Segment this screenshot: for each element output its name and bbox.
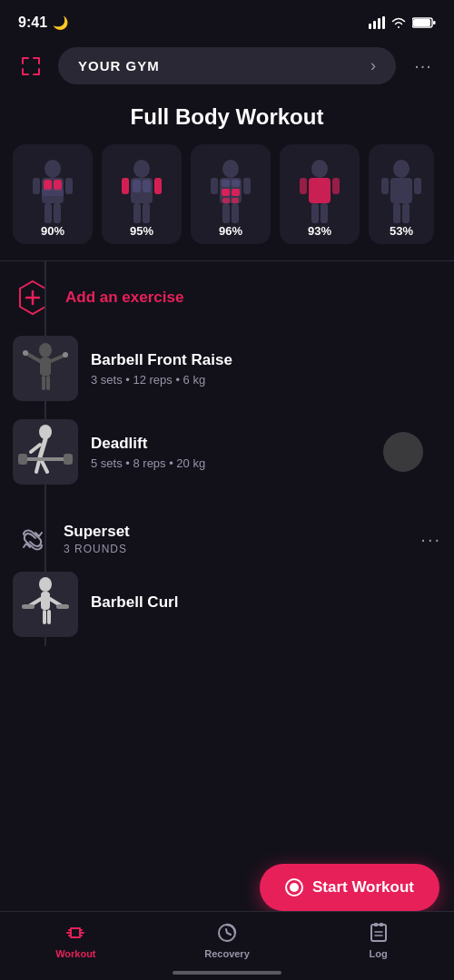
- svg-rect-28: [222, 189, 230, 196]
- svg-rect-43: [390, 178, 412, 203]
- svg-rect-0: [369, 24, 371, 29]
- signal-icon: [369, 16, 385, 29]
- nav-item-log[interactable]: Log: [302, 921, 454, 959]
- header: YOUR GYM › ···: [0, 40, 454, 92]
- svg-rect-46: [393, 203, 400, 223]
- svg-rect-15: [54, 203, 61, 223]
- svg-rect-31: [232, 198, 239, 203]
- muscle-card-5[interactable]: 53%: [369, 144, 434, 244]
- svg-rect-26: [222, 180, 230, 187]
- bottom-nav: Workout Recovery Log: [0, 911, 454, 980]
- superset-rounds: 3 ROUNDS: [64, 543, 410, 555]
- exercise-thumb-3: [13, 572, 78, 637]
- svg-rect-14: [44, 203, 52, 223]
- exercise-row-2[interactable]: Deadlift 5 sets • 8 reps • 20 kg: [13, 410, 441, 494]
- svg-rect-19: [143, 180, 151, 192]
- svg-point-63: [39, 577, 52, 592]
- add-exercise-row[interactable]: Add an exercise: [13, 261, 441, 327]
- nav-label-recovery: Recovery: [204, 948, 250, 959]
- muscle-card-1[interactable]: 90%: [13, 144, 93, 244]
- svg-rect-27: [232, 180, 240, 187]
- exercise-name-1: Barbell Front Raise: [91, 351, 441, 369]
- svg-rect-22: [133, 203, 141, 223]
- svg-rect-39: [332, 178, 340, 194]
- svg-rect-18: [133, 180, 141, 192]
- svg-rect-61: [64, 454, 73, 465]
- add-exercise-label: Add an exercise: [65, 289, 183, 307]
- recovery-nav-icon: [215, 921, 239, 945]
- nav-item-recovery[interactable]: Recovery: [152, 921, 303, 959]
- svg-rect-35: [232, 203, 239, 223]
- svg-rect-72: [371, 925, 386, 941]
- svg-rect-30: [222, 198, 230, 203]
- svg-rect-5: [413, 19, 430, 26]
- drag-handle[interactable]: [383, 432, 423, 472]
- svg-rect-20: [122, 178, 129, 194]
- exercise-thumb-1: [13, 336, 78, 401]
- expand-icon[interactable]: [15, 50, 47, 83]
- superset-info: Superset 3 ROUNDS: [64, 523, 410, 555]
- svg-rect-11: [42, 189, 64, 196]
- nav-label-workout: Workout: [55, 948, 95, 959]
- muscle-card-4[interactable]: 93%: [280, 144, 360, 244]
- svg-rect-29: [232, 189, 240, 196]
- gym-label: YOUR GYM: [78, 58, 160, 74]
- svg-rect-64: [41, 592, 50, 610]
- svg-rect-45: [414, 178, 421, 194]
- svg-rect-23: [143, 203, 150, 223]
- svg-point-36: [311, 160, 328, 178]
- chevron-right-icon: ›: [370, 56, 376, 75]
- svg-rect-66: [56, 604, 69, 609]
- exercise-thumb-2: [13, 419, 78, 485]
- muscle-pct-3: 96%: [219, 224, 242, 238]
- page-title: Full Body Workout: [0, 104, 454, 130]
- svg-rect-40: [311, 203, 319, 223]
- nav-label-log: Log: [370, 948, 388, 959]
- more-icon[interactable]: ···: [407, 50, 439, 83]
- log-nav-icon: [367, 921, 390, 945]
- home-indicator: [173, 971, 281, 975]
- svg-point-51: [39, 343, 52, 358]
- gym-button[interactable]: YOUR GYM ›: [58, 47, 396, 84]
- superset-more-icon[interactable]: ···: [420, 529, 441, 550]
- svg-rect-73: [374, 923, 378, 926]
- svg-point-16: [133, 160, 150, 178]
- status-time: 9:41: [18, 15, 47, 31]
- superset-header: Superset 3 ROUNDS ···: [13, 512, 441, 563]
- svg-rect-6: [433, 21, 436, 24]
- exercise-name-3: Barbell Curl: [91, 593, 441, 612]
- svg-rect-65: [22, 604, 35, 609]
- status-icons: [369, 16, 436, 29]
- svg-rect-38: [300, 178, 307, 194]
- exercise-info-3: Barbell Curl: [91, 593, 441, 615]
- svg-rect-21: [154, 178, 162, 194]
- svg-rect-67: [43, 610, 46, 624]
- svg-rect-1: [373, 21, 376, 29]
- exercise-info-1: Barbell Front Raise 3 sets • 12 reps • 6…: [91, 351, 441, 387]
- svg-rect-12: [33, 178, 40, 194]
- svg-rect-32: [211, 178, 218, 194]
- svg-rect-2: [378, 18, 380, 29]
- muscle-card-2[interactable]: 95%: [102, 144, 182, 244]
- moon-icon: 🌙: [53, 15, 68, 30]
- exercise-list: Add an exercise: [0, 261, 454, 646]
- svg-rect-34: [222, 203, 230, 223]
- svg-rect-55: [42, 376, 45, 390]
- superset-block: Superset 3 ROUNDS ···: [13, 512, 441, 646]
- muscle-pct-5: 53%: [390, 224, 413, 238]
- svg-rect-68: [47, 610, 51, 624]
- wifi-icon: [390, 16, 407, 29]
- svg-rect-13: [65, 178, 73, 194]
- muscle-carousel: 90% 95% 96%: [0, 144, 454, 244]
- svg-rect-59: [20, 457, 71, 461]
- svg-rect-3: [382, 16, 385, 29]
- nav-item-workout[interactable]: Workout: [0, 921, 152, 959]
- muscle-pct-2: 95%: [130, 224, 153, 238]
- svg-rect-44: [381, 178, 389, 194]
- workout-nav-icon: [64, 921, 87, 945]
- start-workout-label: Start Workout: [312, 878, 414, 897]
- muscle-card-3[interactable]: 96%: [191, 144, 271, 244]
- exercise-row-3[interactable]: Barbell Curl: [13, 563, 441, 646]
- exercise-row-1[interactable]: Barbell Front Raise 3 sets • 12 reps • 6…: [13, 327, 441, 410]
- start-workout-button[interactable]: Start Workout: [260, 864, 439, 911]
